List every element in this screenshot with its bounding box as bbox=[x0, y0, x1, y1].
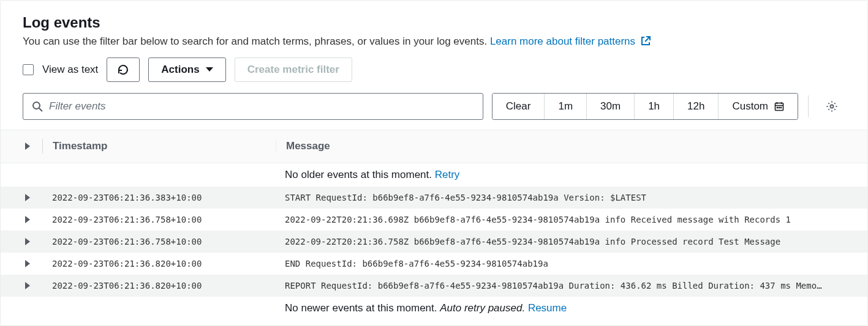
create-metric-label: Create metric filter bbox=[247, 64, 339, 76]
clear-button[interactable]: Clear bbox=[492, 94, 545, 119]
row-timestamp: 2022-09-23T06:21:36.820+10:00 bbox=[42, 259, 275, 269]
triangle-right-icon bbox=[25, 216, 30, 223]
filter-input[interactable] bbox=[49, 100, 474, 113]
panel-header: Log events You can use the filter bar be… bbox=[1, 1, 867, 55]
caret-down-icon bbox=[206, 67, 213, 72]
row-expand[interactable] bbox=[13, 260, 42, 267]
triangle-right-icon bbox=[25, 282, 30, 289]
create-metric-filter-button[interactable]: Create metric filter bbox=[235, 57, 352, 82]
row-message: 2022-09-22T20:21:36.758Z b66b9ef8-a7f6-4… bbox=[275, 237, 845, 246]
settings-button[interactable] bbox=[818, 93, 845, 120]
search-icon bbox=[32, 101, 43, 112]
log-row[interactable]: 2022-09-23T06:21:36.758+10:00 2022-09-22… bbox=[1, 231, 867, 253]
range-1h-button[interactable]: 1h bbox=[635, 94, 674, 119]
triangle-right-icon bbox=[25, 143, 30, 150]
resume-link[interactable]: Resume bbox=[528, 302, 567, 314]
retry-link[interactable]: Retry bbox=[435, 169, 460, 180]
row-message: START RequestId: b66b9ef8-a7f6-4e55-9234… bbox=[275, 193, 845, 202]
actions-label: Actions bbox=[161, 64, 199, 76]
row-expand[interactable] bbox=[13, 238, 42, 245]
no-newer-row: No newer events at this moment. Auto ret… bbox=[1, 297, 867, 320]
row-expand[interactable] bbox=[13, 216, 42, 223]
svg-point-2 bbox=[777, 107, 777, 108]
log-row[interactable]: 2022-09-23T06:21:36.758+10:00 2022-09-22… bbox=[1, 209, 867, 231]
svg-point-3 bbox=[779, 107, 779, 108]
page-title: Log events bbox=[23, 14, 845, 32]
row-timestamp: 2022-09-23T06:21:36.758+10:00 bbox=[42, 237, 275, 246]
custom-range-button[interactable]: Custom bbox=[719, 94, 798, 119]
search-box[interactable] bbox=[23, 93, 483, 120]
actions-button[interactable]: Actions bbox=[148, 57, 225, 82]
no-older-row: No older events at this moment. Retry bbox=[1, 163, 867, 187]
refresh-button[interactable] bbox=[107, 57, 140, 82]
triangle-right-icon bbox=[25, 260, 30, 267]
row-message: 2022-09-22T20:21:36.698Z b66b9ef8-a7f6-4… bbox=[275, 215, 845, 224]
calendar-icon bbox=[774, 102, 784, 111]
external-link-icon bbox=[641, 36, 651, 46]
learn-more-link[interactable]: Learn more about filter patterns bbox=[490, 35, 651, 47]
range-1m-button[interactable]: 1m bbox=[545, 94, 587, 119]
row-message: REPORT RequestId: b66b9ef8-a7f6-4e55-923… bbox=[275, 281, 845, 291]
triangle-right-icon bbox=[25, 238, 30, 245]
row-timestamp: 2022-09-23T06:21:36.758+10:00 bbox=[42, 215, 275, 224]
time-range-group: Clear 1m 30m 1h 12h Custom bbox=[492, 93, 798, 120]
row-expand[interactable] bbox=[13, 282, 42, 289]
log-row[interactable]: 2022-09-23T06:21:36.820+10:00 REPORT Req… bbox=[1, 275, 867, 297]
toolbar: View as text Actions Create metric filte… bbox=[1, 55, 867, 88]
no-older-text: No older events at this moment. bbox=[285, 169, 435, 180]
svg-point-0 bbox=[33, 102, 40, 109]
auto-retry-paused: Auto retry paused. bbox=[440, 302, 525, 314]
refresh-icon bbox=[117, 64, 129, 76]
subtitle-text: You can use the filter bar below to sear… bbox=[23, 35, 490, 47]
view-as-text-checkbox[interactable] bbox=[23, 64, 34, 75]
triangle-right-icon bbox=[25, 194, 30, 201]
events-grid: Timestamp Message No older events at thi… bbox=[1, 130, 867, 325]
svg-point-4 bbox=[780, 107, 781, 108]
svg-point-5 bbox=[831, 105, 834, 108]
row-timestamp: 2022-09-23T06:21:36.383+10:00 bbox=[42, 193, 275, 202]
col-timestamp-header[interactable]: Timestamp bbox=[43, 140, 276, 152]
svg-rect-1 bbox=[776, 103, 783, 110]
row-message: END RequestId: b66b9ef8-a7f6-4e55-9234-9… bbox=[275, 259, 845, 269]
page-subtitle: You can use the filter bar below to sear… bbox=[23, 34, 845, 49]
grid-header: Timestamp Message bbox=[1, 130, 867, 163]
range-12h-button[interactable]: 12h bbox=[674, 94, 719, 119]
log-row[interactable]: 2022-09-23T06:21:36.820+10:00 END Reques… bbox=[1, 253, 867, 275]
no-newer-text: No newer events at this moment. bbox=[285, 302, 440, 314]
filter-bar: Clear 1m 30m 1h 12h Custom bbox=[1, 88, 867, 130]
log-row[interactable]: 2022-09-23T06:21:36.383+10:00 START Requ… bbox=[1, 187, 867, 209]
row-expand[interactable] bbox=[13, 194, 42, 201]
col-message-header[interactable]: Message bbox=[276, 140, 845, 152]
vertical-divider bbox=[808, 95, 809, 117]
view-as-text-label: View as text bbox=[42, 64, 98, 76]
log-events-panel: Log events You can use the filter bar be… bbox=[0, 0, 868, 326]
range-30m-button[interactable]: 30m bbox=[587, 94, 635, 119]
expand-all-toggle[interactable] bbox=[13, 143, 42, 150]
gear-icon bbox=[826, 100, 838, 113]
row-timestamp: 2022-09-23T06:21:36.820+10:00 bbox=[42, 281, 275, 291]
